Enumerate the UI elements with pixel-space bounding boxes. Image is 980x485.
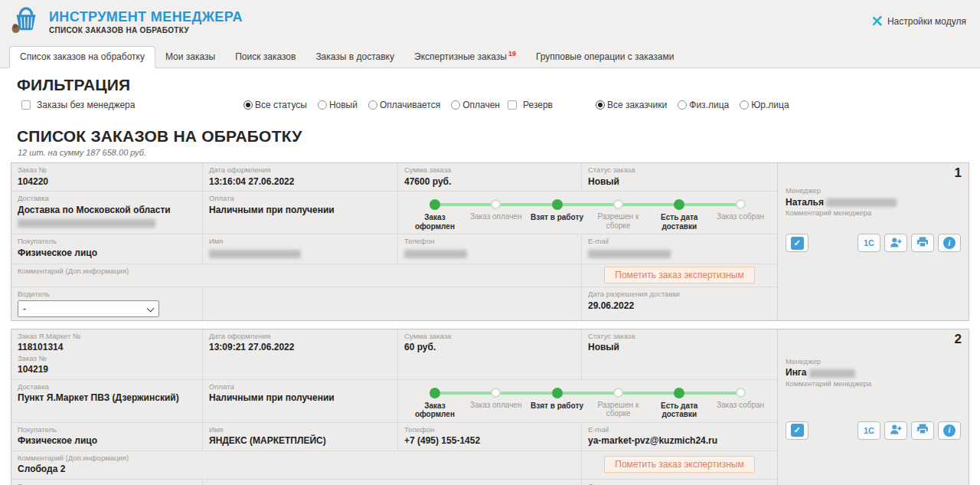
comment-value: Слобода 2 — [18, 463, 575, 475]
progress-step-label: Разрешен к сборке — [588, 212, 648, 230]
manager-tool-app: ИНСТРУМЕНТ МЕНЕДЖЕРА СПИСОК ЗАКАЗОВ НА О… — [0, 0, 980, 485]
progress-step-label: Заказ оплачен — [470, 401, 521, 410]
name-label: Имя — [209, 425, 391, 435]
add-person-button[interactable] — [884, 234, 907, 252]
order-index: 2 — [955, 332, 962, 347]
delivery-value: Доставка по Московской области — [18, 204, 196, 216]
1c-button[interactable]: 1С — [858, 234, 880, 252]
order-no-label: Заказ № — [18, 354, 196, 364]
status-option-new[interactable]: Новый — [310, 100, 358, 110]
driver-select[interactable]: - — [18, 300, 159, 317]
name-label: Имя — [209, 237, 391, 247]
clipboard-check-icon: ✓ — [791, 424, 804, 437]
status-option-all[interactable]: Все статусы — [236, 100, 307, 110]
buyer-value: Физическое лицо — [18, 247, 196, 259]
tab-expert-orders-label: Экспертизные заказы — [414, 51, 507, 62]
progress-step: Заказ оформлен — [404, 199, 466, 231]
print-button[interactable] — [911, 234, 934, 252]
tab-orders-processing[interactable]: Список заказов на обработку — [9, 46, 155, 68]
customer-legal-radio[interactable] — [740, 100, 749, 110]
progress-step: Заказ оплачен — [466, 199, 527, 231]
info-icon: i — [943, 237, 956, 249]
tab-my-orders[interactable]: Мои заказы — [155, 47, 225, 67]
status-paying-radio[interactable] — [368, 100, 377, 110]
customer-all-radio[interactable] — [596, 100, 605, 110]
order-no-value: 104220 — [18, 175, 196, 188]
customer-option-individual[interactable]: Физ.лица — [670, 100, 729, 110]
mark-expert-button[interactable]: Пометить заказ экспертизным — [604, 456, 754, 473]
progress-step-label: Заказ оформлен — [405, 213, 465, 231]
progress-step-label: Взят в работу — [531, 401, 583, 411]
order-date-label: Дата оформления — [209, 332, 391, 342]
customer-legal-label: Юр.лица — [751, 100, 789, 110]
order-card: Заказ Я.Маркет №118101314 Заказ №104219 … — [11, 329, 969, 485]
redacted-address — [18, 219, 155, 228]
app-title-block: ИНСТРУМЕНТ МЕНЕДЖЕРА СПИСОК ЗАКАЗОВ НА О… — [49, 9, 243, 34]
no-manager-checkbox[interactable] — [21, 100, 31, 110]
status-paid-radio[interactable] — [451, 100, 460, 110]
buyer-label: Покупатель — [18, 237, 196, 247]
app-subtitle: СПИСОК ЗАКАЗОВ НА ОБРАБОТКУ — [49, 26, 243, 34]
progress-step: Заказ оформлен — [404, 388, 466, 419]
progress-dot — [491, 199, 501, 209]
progress-step: Взят в работу — [527, 199, 588, 231]
order-index: 1 — [955, 165, 962, 181]
order-sum-value: 47600 руб. — [404, 175, 575, 188]
order-card-main: Заказ Я.Маркет №118101314 Заказ №104219 … — [11, 329, 777, 485]
progress-step: Есть дата доставки — [648, 199, 710, 231]
delivery-date-label: Дата разрешения доставки — [588, 290, 771, 300]
tab-group-operations[interactable]: Групповые операции с заказами — [526, 47, 684, 67]
status-all-radio[interactable] — [243, 100, 253, 110]
manager-label: Менеджер — [786, 186, 961, 196]
order-status-label: Статус заказа — [588, 165, 771, 175]
tab-orders-delivery[interactable]: Заказы в доставку — [305, 47, 404, 67]
customer-individual-label: Физ.лица — [689, 100, 729, 110]
filter-reserve[interactable]: Резерв — [508, 100, 588, 110]
order-card: Заказ №104220 Дата оформления13:16:04 27… — [11, 162, 969, 321]
customer-individual-radio[interactable] — [678, 100, 687, 110]
order-progress: Заказ оформлен Заказ оплачен Взят в рабо… — [398, 380, 777, 422]
module-settings-link[interactable]: Настройки модуля — [872, 15, 966, 28]
mark-expert-button[interactable]: Пометить заказ экспертизным — [604, 267, 754, 283]
info-button[interactable]: i — [938, 421, 961, 440]
order-progress: Заказ оформлен Заказ оплачен Взят в рабо… — [398, 192, 777, 234]
chevron-down-icon — [147, 304, 155, 312]
customer-option-all[interactable]: Все заказчики — [588, 100, 667, 110]
order-side-panel: 2 Менеджер Инга Комментарий менеджера ✓ … — [777, 329, 969, 485]
module-settings-label: Настройки модуля — [887, 16, 966, 27]
progress-dot — [613, 388, 623, 398]
checklist-button[interactable]: ✓ — [786, 421, 808, 440]
tab-expert-orders[interactable]: Экспертизные заказы19 — [404, 45, 526, 67]
info-button[interactable]: i — [938, 234, 961, 252]
filter-no-manager[interactable]: Заказы без менеджера — [21, 100, 236, 110]
reserve-checkbox[interactable] — [508, 100, 517, 110]
status-option-paying[interactable]: Оплачивается — [361, 100, 440, 110]
app-title: ИНСТРУМЕНТ МЕНЕДЖЕРА — [49, 9, 243, 25]
info-icon: i — [943, 424, 956, 437]
order-card-main: Заказ №104220 Дата оформления13:16:04 27… — [11, 163, 777, 320]
checklist-button[interactable]: ✓ — [786, 234, 808, 252]
driver-label: Водитель — [18, 290, 196, 300]
basket-logo-icon — [11, 5, 41, 38]
progress-step-label: Заказ оплачен — [470, 212, 521, 221]
status-option-paid[interactable]: Оплачен — [443, 100, 500, 110]
progress-step: Разрешен к сборке — [587, 199, 648, 231]
filter-row: Заказы без менеджера Все статусы Новый О… — [0, 97, 980, 120]
order-actions: ✓ 1С i — [786, 234, 961, 252]
comment-label: Комментарий (Доп.информация) — [18, 267, 575, 277]
ymarket-no-value: 118101314 — [18, 341, 196, 353]
progress-step-label: Есть дата доставки — [649, 401, 709, 419]
tab-order-search[interactable]: Поиск заказов — [225, 47, 305, 67]
add-person-button[interactable] — [884, 421, 907, 440]
filters-title: ФИЛЬТРАЦИЯ — [17, 76, 980, 94]
print-button[interactable] — [911, 421, 934, 440]
status-new-radio[interactable] — [318, 100, 327, 110]
progress-dot — [430, 199, 440, 210]
progress-step-label: Взят в работу — [531, 213, 583, 222]
progress-dot — [613, 199, 623, 209]
phone-label: Телефон — [404, 425, 575, 435]
progress-step: Заказ собран — [710, 388, 771, 419]
tools-icon — [872, 15, 883, 28]
1c-button[interactable]: 1С — [858, 421, 880, 440]
customer-option-legal[interactable]: Юр.лица — [732, 100, 789, 110]
